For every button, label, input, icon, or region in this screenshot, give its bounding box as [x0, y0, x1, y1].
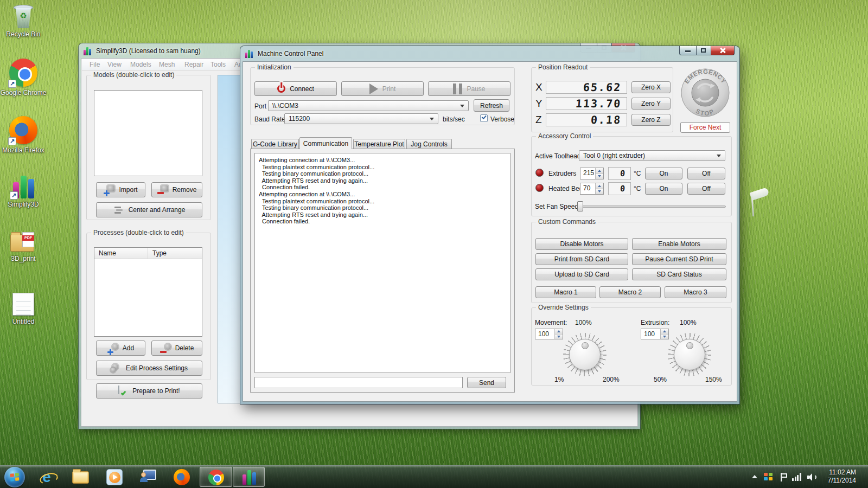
set-fan-speed-label: Set Fan Speed: [535, 203, 578, 210]
force-next-button[interactable]: Force Next: [680, 122, 730, 133]
active-toolhead-label: Active Toolhead: [535, 152, 581, 160]
taskbar-media-player[interactable]: [106, 468, 123, 486]
column-name[interactable]: Name: [94, 248, 148, 259]
taskbar-windows-explorer[interactable]: [72, 468, 89, 486]
extrusion-spinner[interactable]: 100: [641, 329, 669, 339]
desktop-icon-untitled[interactable]: Untitled: [0, 293, 47, 325]
show-hidden-icons-button[interactable]: [752, 475, 757, 478]
chevron-down-icon: [717, 155, 721, 157]
desktop-icon-google-chrome[interactable]: ↗ Google Chrome: [0, 59, 47, 97]
heated-bed-off-button[interactable]: Off: [687, 183, 725, 195]
print-button[interactable]: Print: [341, 81, 424, 96]
communication-log[interactable]: Attempting connection at \\.\COM3... Tes…: [254, 153, 510, 373]
baud-value: 115200: [289, 115, 310, 123]
extruders-label: Extruders: [548, 170, 576, 177]
emergency-stop-button[interactable]: EMERGENCY STOP: [680, 68, 730, 118]
extrusion-max-label: 150%: [705, 376, 722, 383]
print-from-sd-card-button[interactable]: Print from SD Card: [535, 253, 628, 265]
connect-button[interactable]: Connect: [254, 81, 337, 96]
tab-communication[interactable]: Communication: [299, 137, 352, 149]
desktop-icon-mozilla-firefox[interactable]: ↗ Mozilla Firefox: [0, 116, 47, 154]
windows-update-tray-icon[interactable]: [764, 473, 773, 481]
network-signal-icon[interactable]: [792, 473, 801, 481]
taskbar-remote-app[interactable]: [139, 468, 157, 486]
menu-tools[interactable]: Tools: [210, 61, 226, 68]
enable-motors-button[interactable]: Enable Motors: [632, 238, 726, 250]
models-list[interactable]: [94, 90, 202, 176]
heated-bed-temp-spinner[interactable]: 70: [580, 183, 604, 195]
zero-z-button[interactable]: Zero Z: [631, 114, 671, 126]
fan-speed-slider-handle[interactable]: [577, 201, 583, 211]
menu-models[interactable]: Models: [130, 61, 151, 68]
menu-file[interactable]: File: [90, 61, 100, 68]
icon-label: Simplify3D: [0, 201, 47, 208]
desktop-icon-3d-print[interactable]: PDF 3D_print: [0, 232, 47, 262]
taskbar-simplify3d-active[interactable]: [233, 467, 265, 487]
sd-card-status-button[interactable]: SD Card Status: [632, 268, 726, 280]
center-and-arrange-button[interactable]: Center and Arrange: [96, 202, 202, 217]
gears-icon: [111, 364, 122, 373]
extruder-on-button[interactable]: On: [645, 168, 682, 179]
prepare-to-print-button[interactable]: Prepare to Print!: [96, 383, 202, 399]
taskbar-internet-explorer[interactable]: e: [38, 468, 55, 486]
tab-jog-controls[interactable]: Jog Controls: [406, 139, 452, 149]
port-dropdown[interactable]: \\.\COM3: [268, 100, 469, 111]
simplify3d-icon: ↗: [11, 174, 36, 198]
active-toolhead-dropdown[interactable]: Tool 0 (right extruder): [579, 150, 725, 161]
send-command-input[interactable]: [254, 377, 463, 388]
maximize-button[interactable]: [696, 46, 711, 55]
remove-button[interactable]: Remove: [151, 182, 202, 197]
fan-speed-slider-track[interactable]: [578, 206, 726, 208]
column-type[interactable]: Type: [148, 248, 202, 259]
zero-y-button[interactable]: Zero Y: [631, 98, 671, 110]
heated-bed-on-button[interactable]: On: [645, 183, 682, 195]
add-process-button[interactable]: Add: [96, 341, 145, 356]
window-title: Machine Control Panel: [258, 50, 323, 57]
verbose-label: Verbose: [490, 115, 514, 123]
tab-gcode-library[interactable]: G-Code Library: [251, 139, 299, 149]
import-icon: [104, 185, 114, 195]
baud-rate-dropdown[interactable]: 115200: [284, 113, 438, 124]
minimize-button[interactable]: [679, 46, 696, 55]
tab-temperature-plot[interactable]: Temperature Plot: [353, 139, 405, 149]
macro-2-button[interactable]: Macro 2: [599, 286, 661, 298]
menu-view[interactable]: View: [107, 61, 122, 68]
disable-motors-button[interactable]: Disable Motors: [535, 238, 628, 250]
processes-table[interactable]: Name Type: [94, 247, 202, 337]
desktop-icon-simplify3d[interactable]: ↗ Simplify3D: [0, 174, 47, 208]
menu-repair[interactable]: Repair: [184, 61, 203, 68]
taskbar-chrome-active[interactable]: [200, 467, 232, 487]
desktop-icon-recycle-bin[interactable]: ♻ Recycle Bin: [0, 3, 47, 38]
mcp-titlebar[interactable]: Machine Control Panel: [240, 46, 739, 61]
recycle-bin-icon: ♻: [14, 3, 33, 28]
extruder-temp-spinner[interactable]: 215: [580, 168, 604, 179]
macro-3-button[interactable]: Macro 3: [665, 286, 726, 298]
edit-process-settings-button[interactable]: Edit Process Settings: [96, 361, 202, 376]
taskbar-clock[interactable]: 11:02 AM 7/11/2014: [814, 468, 856, 485]
extrusion-knob[interactable]: [674, 339, 705, 370]
heated-bed-label: Heated Bed: [548, 185, 583, 192]
menu-mesh[interactable]: Mesh: [159, 61, 175, 68]
pdf-folder-icon: PDF: [10, 232, 36, 253]
zero-x-button[interactable]: Zero X: [631, 81, 671, 93]
media-player-icon: [106, 469, 123, 485]
extruder-off-button[interactable]: Off: [687, 168, 725, 179]
close-button[interactable]: [711, 46, 735, 55]
verbose-checkbox[interactable]: [480, 114, 488, 122]
pause-current-sd-print-button[interactable]: Pause Current SD Print: [632, 253, 726, 265]
refresh-button[interactable]: Refresh: [474, 99, 509, 112]
mcp-client-area: Initialization Connect Print Pause Port …: [242, 61, 737, 402]
send-button[interactable]: Send: [467, 377, 506, 388]
movement-max-label: 200%: [603, 376, 620, 383]
movement-knob[interactable]: [569, 339, 601, 370]
import-button[interactable]: Import: [96, 182, 145, 197]
pause-button[interactable]: Pause: [428, 81, 510, 96]
movement-spinner[interactable]: 100: [535, 329, 563, 339]
taskbar: e 11:02 AM 7/11/2014: [0, 465, 868, 488]
taskbar-firefox[interactable]: [173, 468, 190, 486]
start-button[interactable]: [4, 467, 25, 487]
macro-1-button[interactable]: Macro 1: [535, 286, 596, 298]
upload-to-sd-card-button[interactable]: Upload to SD Card: [535, 268, 628, 280]
action-center-flag-icon[interactable]: [780, 473, 788, 481]
delete-process-button[interactable]: Delete: [151, 341, 202, 356]
